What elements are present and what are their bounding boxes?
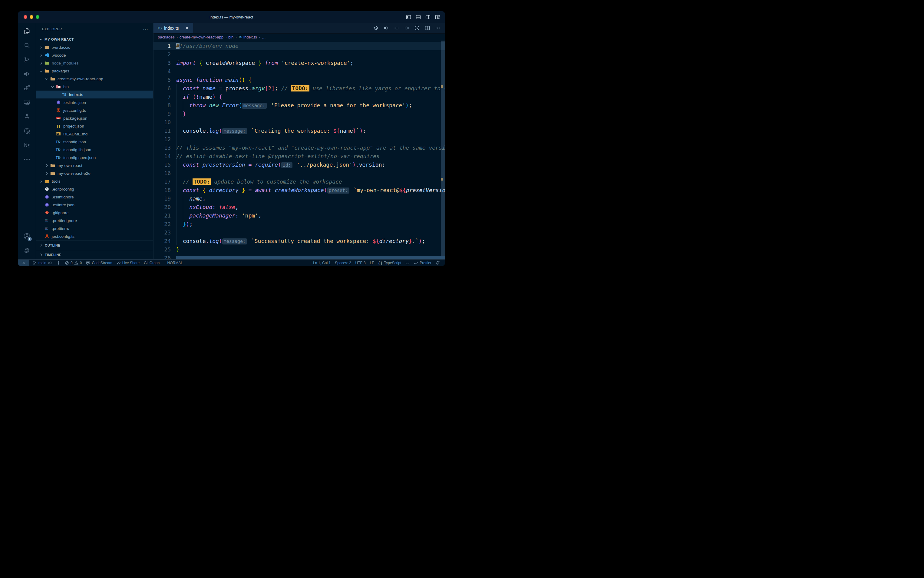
code-token	[199, 161, 202, 168]
split-editor-button[interactable]	[425, 26, 430, 31]
sidebar-more-actions-button[interactable]: ···	[143, 27, 148, 32]
status-indentation[interactable]: Spaces: 2	[333, 260, 353, 266]
breadcrumb-item-…[interactable]: …	[262, 35, 266, 39]
vertical-scrollbar[interactable]	[441, 41, 445, 256]
tree-item-node_modules[interactable]: node_modules	[36, 59, 153, 67]
cursor-block: #	[176, 43, 180, 49]
activity-item-settings[interactable]	[20, 243, 34, 258]
tree-item-jest.config.ts[interactable]: jest.config.ts	[36, 106, 153, 114]
chevron-spacer	[50, 116, 56, 120]
code-token: (	[324, 187, 327, 193]
tree-item-my-own-react-e2e[interactable]: my-own-react-e2e	[36, 169, 153, 177]
breadcrumb-item-packages[interactable]: packages	[158, 35, 175, 39]
activity-item-testing[interactable]	[20, 109, 34, 123]
commit-graph-button[interactable]	[414, 26, 420, 31]
breadcrumb-label: create-my-own-react-app	[180, 35, 223, 39]
code-token: createWorkspace	[202, 60, 258, 66]
status-live-share[interactable]: Live Share	[115, 260, 142, 266]
activity-item-nx-console[interactable]	[20, 138, 34, 152]
activity-item-gitlens[interactable]	[20, 123, 34, 138]
status-notifications[interactable]	[434, 260, 442, 266]
activity-item-source-control[interactable]	[20, 52, 34, 67]
tree-item-.vscode[interactable]: .vscode	[36, 51, 153, 59]
customize-layout-button[interactable]	[435, 15, 440, 20]
tree-item-.prettierrc[interactable]: .prettierrc	[36, 224, 153, 232]
tree-item-README.md[interactable]: README.md	[36, 130, 153, 138]
code-token: nxCloud	[189, 204, 212, 210]
previous-change-button[interactable]	[394, 26, 399, 31]
horizontal-scrollbar[interactable]	[176, 256, 445, 259]
tree-item-tsconfig.spec.json[interactable]: TStsconfig.spec.json	[36, 154, 153, 161]
tree-item-index.ts[interactable]: TSindex.ts	[36, 91, 153, 99]
activity-item-run-debug[interactable]	[20, 67, 34, 81]
code-text: });	[171, 220, 193, 229]
tree-item-.eslintignore[interactable]: .eslintignore	[36, 193, 153, 201]
code-token	[248, 128, 251, 134]
tree-root-folder[interactable]: MY-OWN-REACT	[36, 36, 153, 43]
toggle-primary-sidebar-button[interactable]	[406, 15, 411, 20]
overview-ruler-todo-mark	[441, 178, 443, 180]
status-prettier[interactable]: Prettier	[412, 260, 434, 266]
status-problems[interactable]: 00	[63, 260, 84, 266]
status-remote-indicator[interactable]	[18, 260, 29, 266]
breadcrumb-item-create-my-own-react-app[interactable]: create-my-own-react-app	[180, 35, 223, 39]
titlebar-layout-controls	[406, 15, 440, 20]
status-git-branch[interactable]: main	[31, 260, 54, 266]
section-timeline[interactable]: TIMELINE	[36, 250, 153, 259]
chevron-right-icon	[45, 171, 50, 175]
activity-item-extensions[interactable]	[20, 81, 34, 95]
tree-item-.verdaccio[interactable]: .verdaccio	[36, 43, 153, 51]
tree-item-create-my-own-react-app[interactable]: create-my-own-react-app	[36, 75, 153, 83]
breadcrumb-item-bin[interactable]: bin	[228, 35, 233, 39]
tree-item-project.json[interactable]: { }project.json	[36, 122, 153, 130]
code-token	[193, 76, 196, 83]
close-tab-icon[interactable]	[184, 26, 189, 31]
line-number: 12	[154, 135, 171, 144]
open-changes-button[interactable]	[384, 26, 389, 31]
tree-item-.eslintrc.json[interactable]: .eslintrc.json	[36, 99, 153, 106]
tree-item-.eslintrc.json[interactable]: .eslintrc.json	[36, 201, 153, 209]
status-eol[interactable]: LF	[368, 260, 376, 266]
code-token: //	[183, 179, 193, 185]
code-token: '../package.json'	[297, 161, 353, 168]
status-language-mode[interactable]: { }TypeScript	[376, 260, 404, 266]
activity-item-explorer[interactable]	[20, 24, 34, 38]
editor-group: TS index.ts packages›create-my-own-react…	[154, 23, 445, 259]
activity-item-search[interactable]	[20, 38, 34, 52]
more-actions-button[interactable]	[435, 26, 440, 31]
code-token: ,	[235, 204, 239, 210]
status-git-graph[interactable]: Git Graph	[142, 260, 162, 266]
tree-item-.gitignore[interactable]: .gitignore	[36, 209, 153, 217]
tree-item-tsconfig.json[interactable]: TStsconfig.json	[36, 138, 153, 146]
status-codestream[interactable]: CodeStream	[84, 260, 114, 266]
toggle-secondary-sidebar-button[interactable]	[426, 15, 430, 20]
code-editor[interactable]: 1#!/usr/bin/env node23import { createWor…	[154, 41, 445, 259]
tree-item-bin[interactable]: 01bin	[36, 83, 153, 91]
tree-item-my-own-react[interactable]: my-own-react	[36, 161, 153, 169]
status-encoding[interactable]: UTF-8	[353, 260, 368, 266]
activity-item-accounts[interactable]: 1	[20, 229, 34, 243]
tree-item-.editorconfig[interactable]: .editorconfig	[36, 185, 153, 193]
section-outline[interactable]: OUTLINE	[36, 240, 153, 250]
tree-item-package.json[interactable]: npmpackage.json	[36, 114, 153, 122]
tree-item-packages[interactable]: packages	[36, 67, 153, 75]
breadcrumb-label: index.ts	[243, 35, 257, 39]
toggle-panel-button[interactable]	[416, 15, 421, 20]
tree-item-tools[interactable]: tools	[36, 177, 153, 185]
status-git-commit[interactable]	[54, 260, 63, 266]
breadcrumb-label: bin	[228, 35, 233, 39]
activity-item-remote-explorer[interactable]	[20, 95, 34, 109]
prettier-file-icon	[44, 218, 50, 223]
chevron-spacer	[50, 100, 56, 104]
breadcrumb-item-index.ts[interactable]: TSindex.ts	[238, 35, 257, 39]
next-change-button[interactable]	[404, 26, 409, 31]
status-copilot[interactable]	[403, 260, 412, 266]
activity-item-more-views[interactable]	[20, 152, 34, 166]
status-vim-mode[interactable]: -- NORMAL --	[162, 260, 188, 266]
tree-item-tsconfig.lib.json[interactable]: TStsconfig.lib.json	[36, 146, 153, 154]
tree-item-jest.config.ts[interactable]: jest.config.ts	[36, 232, 153, 240]
tab-index-ts[interactable]: TS index.ts	[154, 23, 193, 33]
timeline-button[interactable]	[373, 26, 379, 31]
status-cursor-position[interactable]: Ln 1, Col 1	[311, 260, 333, 266]
tree-item-.prettierignore[interactable]: .prettierignore	[36, 217, 153, 224]
